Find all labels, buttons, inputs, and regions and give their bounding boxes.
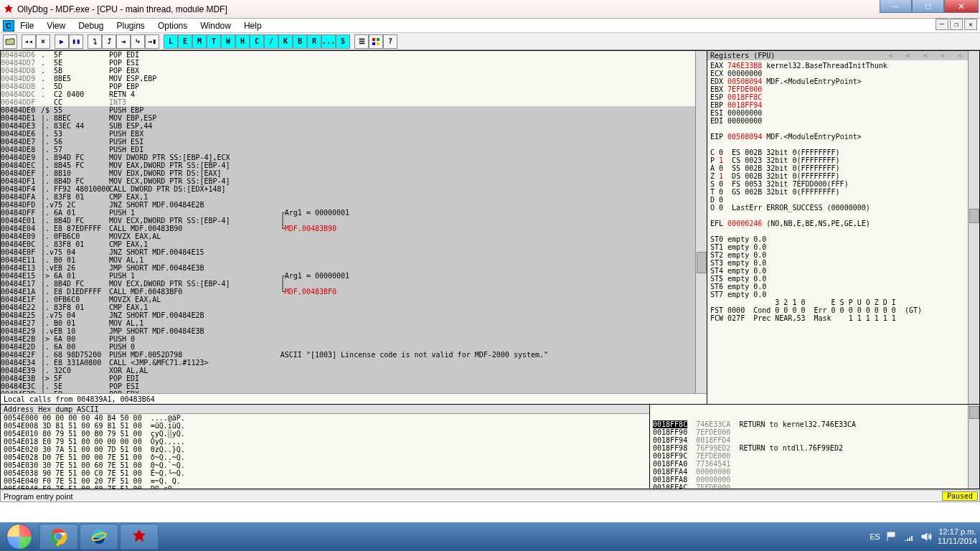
- disasm-row[interactable]: 00484DDC. C2 0400 RETN 4: [1, 90, 707, 98]
- disasm-row[interactable]: 00484DEC|. 8B45 FC MOV EAX,DWORD PTR SS:…: [1, 161, 707, 169]
- trace-into-button[interactable]: ⇥: [116, 34, 131, 49]
- register-line[interactable]: EDI 00000000: [710, 117, 976, 125]
- disasm-row[interactable]: 00484E1A|. E8 D1EDFFFF CALL MDF.00483BF0…: [1, 288, 707, 296]
- toolbar-w-button[interactable]: W: [221, 34, 235, 49]
- settings-button[interactable]: ☰: [354, 34, 369, 49]
- stack-row[interactable]: 0018FF94 0018FFD4: [653, 436, 979, 444]
- tray-clock[interactable]: 12:17 p.m.11/11/2014: [938, 527, 977, 546]
- disasm-row[interactable]: 00484E34|. E8 331A0800 CALL <JMP.&MFC71.…: [1, 359, 707, 367]
- register-line[interactable]: EAX 746E33B8 kernel32.BaseThreadInitThun…: [710, 62, 976, 70]
- disasm-row[interactable]: 00484DE1|. 8BEC MOV EBP,ESP: [1, 114, 707, 122]
- flag-icon[interactable]: [886, 531, 897, 542]
- pause-button[interactable]: ▮▮: [69, 34, 83, 49]
- toolbar-s-button[interactable]: S: [336, 34, 350, 49]
- register-line[interactable]: S 0 FS 0053 32bit 7EFDD000(FFF): [710, 180, 976, 188]
- toolbar-...-button[interactable]: ...: [321, 34, 336, 49]
- taskbar-ie[interactable]: [80, 524, 118, 550]
- register-line[interactable]: ST0 empty 0.0: [710, 235, 976, 243]
- disasm-row[interactable]: 00484DE7|. 56 PUSH ESI: [1, 138, 707, 146]
- stack-row[interactable]: 0018FF8C 746E33CA RETURN to kernel32.746…: [653, 420, 979, 428]
- restart-button[interactable]: ×: [36, 34, 50, 49]
- register-line[interactable]: [710, 141, 976, 149]
- register-line[interactable]: ST1 empty 0.0: [710, 243, 976, 251]
- start-button[interactable]: [0, 522, 39, 551]
- disasm-row[interactable]: 00484DEF|. 8B10 MOV EDX,DWORD PTR DS:[EA…: [1, 169, 707, 177]
- disasm-row[interactable]: 00484E0C|. 83F8 01 CMP EAX,1: [1, 240, 707, 248]
- menu-debug[interactable]: Debug: [78, 21, 103, 31]
- mdi-restore-button[interactable]: ❐: [950, 19, 963, 30]
- stack-row[interactable]: 0018FF98 76F99ED2 RETURN to ntdll.76F99E…: [653, 444, 979, 452]
- open-button[interactable]: [3, 34, 17, 49]
- step-over-button[interactable]: ⤴: [102, 34, 116, 49]
- disasm-row[interactable]: 00484E15|> 6A 01 PUSH 1 ┌Arg1 = 00000001: [1, 272, 707, 280]
- register-line[interactable]: EBP 0018FF94: [710, 101, 976, 109]
- disasm-row[interactable]: 00484DD7. 5E POP ESI: [1, 59, 707, 67]
- disasm-row[interactable]: 00484DE3|. 83EC 44 SUB ESP,44: [1, 122, 707, 130]
- toolbar-k-button[interactable]: K: [278, 34, 293, 49]
- register-line[interactable]: A 0 SS 002B 32bit 0(FFFFFFFF): [710, 164, 976, 172]
- disasm-row[interactable]: 00484DE0/$ 55 PUSH EBP: [1, 106, 707, 114]
- menu-view[interactable]: View: [47, 21, 65, 31]
- dump-row[interactable]: 0054E000 00 00 00 00 40 84 50 00 ....@äP…: [4, 414, 649, 422]
- registers-pane[interactable]: Registers (FPU)< < < < < EAX 746E33B8 ke…: [707, 51, 979, 404]
- registers-nav-icon[interactable]: < < < < <: [889, 51, 966, 60]
- stack-row[interactable]: 0018FFA0 77364541: [653, 460, 979, 468]
- stack-row[interactable]: 0018FFA4 00000000: [653, 468, 979, 476]
- disasm-row[interactable]: 00484E2D|. 6A 00 PUSH 0: [1, 343, 707, 351]
- step-into-button[interactable]: ⤵: [88, 34, 102, 49]
- disasm-row[interactable]: 00484E39|. 32C0 XOR AL,AL: [1, 367, 707, 375]
- disasm-row[interactable]: 00484E01|. 8B4D FC MOV ECX,DWORD PTR SS:…: [1, 217, 707, 225]
- disasm-row[interactable]: 00484DF4|. FF92 48010000CALL DWORD PTR D…: [1, 185, 707, 193]
- toolbar-l-button[interactable]: L: [164, 34, 178, 49]
- register-line[interactable]: ESP 0018FF8C: [710, 93, 976, 101]
- disasm-row[interactable]: 00484DF1|. 8B4D FC MOV ECX,DWORD PTR SS:…: [1, 177, 707, 185]
- disasm-row[interactable]: 00484E04|. E8 87EDFFFF CALL MDF.00483B90…: [1, 225, 707, 232]
- register-line[interactable]: EFL 00000246 (NO,NB,E,BE,NS,PE,GE,LE): [710, 220, 976, 227]
- menu-file[interactable]: File: [20, 21, 34, 31]
- register-line[interactable]: [710, 212, 976, 220]
- register-line[interactable]: [710, 125, 976, 133]
- disasm-row[interactable]: 00484E22|. 83F8 01 CMP EAX,1: [1, 303, 707, 311]
- menu-help[interactable]: Help: [244, 21, 262, 31]
- register-line[interactable]: ECX 00000000: [710, 70, 976, 77]
- menu-options[interactable]: Options: [158, 21, 187, 31]
- taskbar-chrome[interactable]: [39, 524, 78, 550]
- disasm-row[interactable]: 00484E3B|> 5F POP EDI: [1, 375, 707, 382]
- stack-row[interactable]: 0018FF90 7EFDE000: [653, 428, 979, 436]
- disasm-row[interactable]: 00484E2B|> 6A 00 PUSH 0: [1, 335, 707, 343]
- tray-language[interactable]: ES: [870, 532, 880, 541]
- disasm-row[interactable]: 00484DDF CC INT3: [1, 98, 707, 106]
- stack-row[interactable]: 0018FFAC 7EFDE000: [653, 484, 979, 489]
- disasm-row[interactable]: 00484E0F|.v75 04 JNZ SHORT MDF.00484E15: [1, 248, 707, 256]
- disasm-row[interactable]: 00484DD8. 5B POP EBX: [1, 67, 707, 75]
- dump-row[interactable]: 0054E040 F0 7E 51 00 20 7F 51 00 ≡~Q. Q.: [4, 477, 649, 485]
- volume-icon[interactable]: [920, 531, 932, 542]
- disasm-row[interactable]: 00484DD9. 8BE5 MOV ESP,EBP: [1, 75, 707, 83]
- close-button[interactable]: ✕: [944, 0, 979, 13]
- register-line[interactable]: ESI 00000000: [710, 109, 976, 117]
- disasm-row[interactable]: 00484DDB. 5D POP EBP: [1, 83, 707, 90]
- disasm-row[interactable]: 00484E25|.v75 04 JNZ SHORT MDF.00484E2B: [1, 311, 707, 319]
- disasm-row[interactable]: 00484E1F|. 0FB6C0 MOVZX EAX,AL: [1, 296, 707, 303]
- cpu-icon[interactable]: C: [3, 20, 14, 32]
- minimize-button[interactable]: ─: [880, 0, 912, 13]
- disassembly-pane[interactable]: 00484DD6. 5F POP EDI 00484DD7. 5E POP ES…: [1, 51, 707, 393]
- stack-scrollbar[interactable]: [968, 405, 979, 489]
- disasm-row[interactable]: 00484DFA|. 83F8 01 CMP EAX,1: [1, 193, 707, 201]
- stack-pane[interactable]: 0018FF8C 746E33CA RETURN to kernel32.746…: [650, 405, 979, 489]
- disasm-row[interactable]: 00484DE6|. 53 PUSH EBX: [1, 130, 707, 138]
- register-line[interactable]: 3 2 1 0 E S P U O Z D I: [710, 298, 976, 306]
- register-line[interactable]: EBX 7EFDE000: [710, 85, 976, 93]
- execute-till-return-button[interactable]: →▮: [145, 34, 159, 49]
- dump-row[interactable]: 0054E020 30 7A 51 00 00 7D 51 00 0zQ..}Q…: [4, 446, 649, 453]
- toolbar-r-button[interactable]: R: [307, 34, 321, 49]
- disasm-row[interactable]: 00484DD6. 5F POP EDI: [1, 51, 707, 59]
- dump-row[interactable]: 0054E048 50 7F 51 00 80 7F 51 00 PQ.çQ.: [4, 485, 649, 489]
- register-line[interactable]: P 1 CS 0023 32bit 0(FFFFFFFF): [710, 156, 976, 164]
- disasm-row[interactable]: 00484E17|. 8B4D FC MOV ECX,DWORD PTR SS:…: [1, 280, 707, 288]
- toolbar-b-button[interactable]: B: [293, 34, 307, 49]
- dump-row[interactable]: 0054E018 E0 79 51 00 00 00 00 00 ÓyQ....…: [4, 438, 649, 446]
- register-line[interactable]: ST6 empty 0.0: [710, 283, 976, 291]
- register-line[interactable]: O 0 LastErr ERROR_SUCCESS (00000000): [710, 204, 976, 212]
- register-line[interactable]: ST5 empty 0.0: [710, 275, 976, 283]
